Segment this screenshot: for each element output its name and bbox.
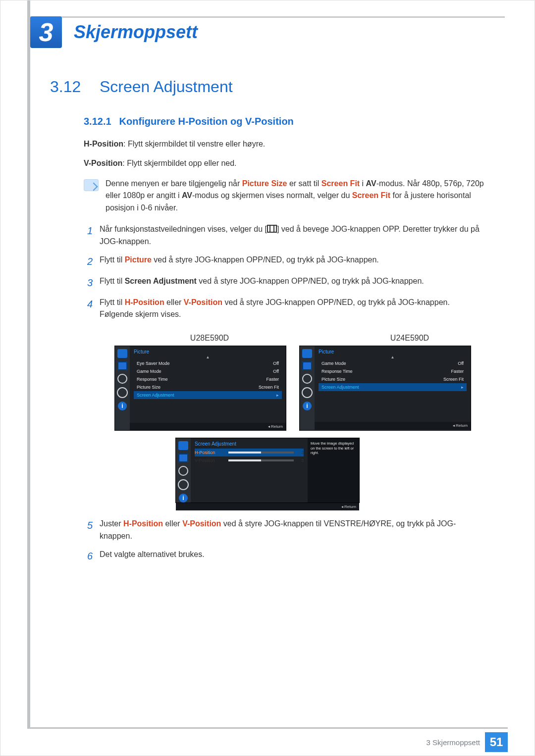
pip-icon — [302, 361, 312, 370]
step-5: Juster H-Position eller V-Position ved å… — [100, 518, 485, 543]
osd-title: Screen Adjustment — [195, 441, 304, 447]
left-rule — [27, 0, 30, 729]
display-icon — [178, 466, 188, 476]
display-icon — [302, 374, 312, 384]
gear-icon — [178, 479, 189, 490]
chapter-title: Skjermoppsett — [74, 22, 198, 43]
step-6: Det valgte alternativet brukes. — [100, 549, 205, 564]
gear-icon — [302, 387, 313, 398]
osd-screenshot-adjust: i Screen Adjustment H-Position3 V-Positi… — [175, 438, 360, 503]
step-3: Flytt til Screen Adjustment ved å styre … — [100, 275, 424, 291]
info-icon: i — [303, 402, 312, 410]
vposition-desc: V-Position: Flytt skjermbildet opp eller… — [84, 157, 485, 170]
hposition-desc: H-Position: Flytt skjermbildet til venst… — [84, 138, 485, 151]
picture-icon — [117, 349, 127, 358]
section-title: Screen Adjustment — [100, 78, 233, 96]
picture-icon — [178, 441, 188, 450]
step-number: 6 — [84, 549, 93, 564]
note-icon — [84, 179, 99, 191]
step-number: 1 — [84, 223, 93, 248]
step-number: 5 — [84, 518, 93, 543]
info-icon: i — [179, 494, 188, 503]
note-text: Denne menyen er bare tilgjengelig når Pi… — [106, 178, 485, 214]
step-2: Flytt til Picture ved å styre JOG-knappe… — [100, 254, 379, 269]
step-number: 4 — [84, 297, 93, 321]
pip-icon — [178, 454, 188, 462]
step-number: 2 — [84, 254, 93, 269]
menu-icon — [267, 225, 277, 233]
gear-icon — [117, 387, 128, 398]
step-4: Flytt til H-Position eller V-Position ve… — [100, 297, 485, 321]
display-icon — [117, 374, 127, 384]
page-footer: 3 Skjermoppsett 51 — [27, 727, 508, 756]
footer-text: 3 Skjermoppsett — [427, 738, 480, 747]
step-number: 3 — [84, 275, 93, 291]
info-icon: i — [118, 402, 127, 410]
subsection-number: 3.12.1 — [84, 116, 111, 127]
chapter-number: 3 — [30, 16, 62, 48]
osd-tooltip: Move the image displayed on the screen t… — [308, 438, 359, 503]
up-arrow-icon: ▲ — [134, 355, 282, 359]
section-number: 3.12 — [50, 78, 90, 96]
osd-screenshot-u24: i Picture ▲ Game ModeOff Response TimeFa… — [299, 346, 471, 431]
page-number: 51 — [485, 732, 508, 752]
subsection-title: Konfigurere H-Position og V-Position — [119, 116, 294, 127]
model-labels: U28E590DU24E590D — [134, 334, 485, 343]
up-arrow-icon: ▲ — [319, 355, 467, 359]
picture-icon — [302, 349, 312, 358]
osd-screenshot-u28: i Picture ▲ Eye Saver ModeOff Game ModeO… — [114, 346, 286, 431]
step-1: Når funksjonstastveiledningen vises, vel… — [100, 223, 485, 248]
pip-icon — [117, 361, 127, 370]
